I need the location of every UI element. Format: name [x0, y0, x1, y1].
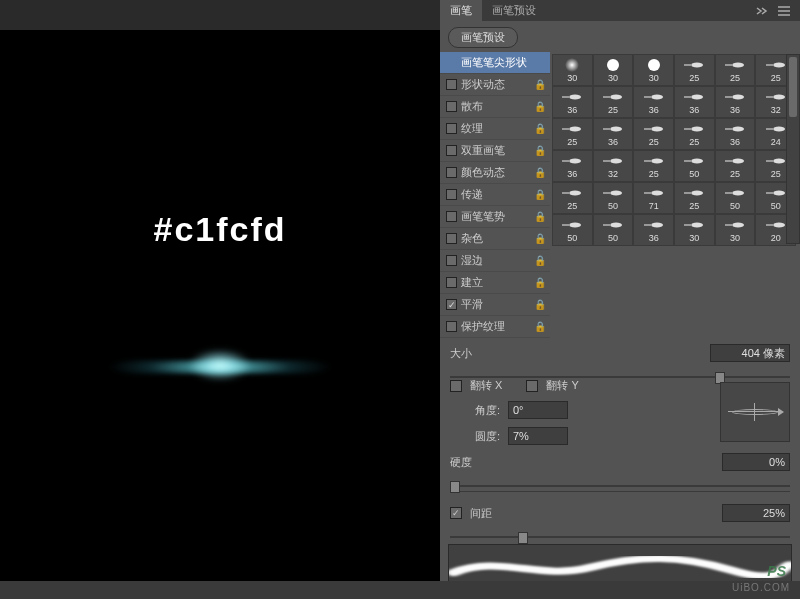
flipy-checkbox[interactable] — [526, 380, 538, 392]
option-checkbox[interactable]: ✓ — [446, 299, 457, 310]
svg-point-19 — [773, 95, 785, 100]
option-label: 保护纹理 — [461, 319, 530, 334]
brush-size-label: 30 — [608, 73, 618, 83]
svg-rect-38 — [644, 160, 652, 162]
svg-rect-60 — [603, 224, 611, 226]
brush-tip-18[interactable]: 36 — [552, 150, 593, 182]
angle-widget[interactable] — [720, 382, 790, 442]
brush-tip-grid: 3030302525253625363636322536252536243632… — [552, 54, 796, 246]
brush-tip-22[interactable]: 25 — [715, 150, 756, 182]
size-input[interactable] — [710, 344, 790, 362]
brush-option-11[interactable]: ✓平滑🔒 — [440, 294, 550, 316]
option-checkbox[interactable] — [446, 321, 457, 332]
scroll-thumb[interactable] — [789, 57, 797, 117]
spacing-input[interactable] — [722, 504, 790, 522]
collapse-icon[interactable] — [756, 6, 770, 16]
brush-size-label: 50 — [567, 233, 577, 243]
flipx-checkbox[interactable] — [450, 380, 462, 392]
brush-grid-scrollbar[interactable] — [786, 54, 800, 244]
brush-tip-4[interactable]: 25 — [715, 54, 756, 86]
svg-point-63 — [691, 223, 703, 228]
canvas[interactable]: #c1fcfd — [0, 30, 440, 580]
roundness-input[interactable] — [508, 427, 568, 445]
option-checkbox[interactable] — [446, 123, 457, 134]
angle-input[interactable] — [508, 401, 568, 419]
hardness-input[interactable] — [722, 453, 790, 471]
brush-tip-25[interactable]: 50 — [593, 182, 634, 214]
option-label: 画笔笔势 — [461, 209, 530, 224]
brush-tip-26[interactable]: 71 — [633, 182, 674, 214]
brush-size-label: 25 — [567, 201, 577, 211]
brush-tip-8[interactable]: 36 — [633, 86, 674, 118]
option-checkbox[interactable] — [446, 145, 457, 156]
brush-tip-34[interactable]: 30 — [715, 214, 756, 246]
brush-tip-28[interactable]: 50 — [715, 182, 756, 214]
option-checkbox[interactable] — [446, 101, 457, 112]
option-checkbox[interactable] — [446, 211, 457, 222]
brush-tip-13[interactable]: 36 — [593, 118, 634, 150]
brush-tip-30[interactable]: 50 — [552, 214, 593, 246]
lock-icon: 🔒 — [534, 255, 544, 266]
brush-option-2[interactable]: 散布🔒 — [440, 96, 550, 118]
brush-tip-1[interactable]: 30 — [593, 54, 634, 86]
tab-brush[interactable]: 画笔 — [440, 0, 482, 21]
brush-tip-16[interactable]: 36 — [715, 118, 756, 150]
brush-tip-0[interactable]: 30 — [552, 54, 593, 86]
option-label: 散布 — [461, 99, 530, 114]
brush-tip-9[interactable]: 36 — [674, 86, 715, 118]
svg-point-23 — [610, 127, 622, 132]
brush-tip-32[interactable]: 36 — [633, 214, 674, 246]
brush-tip-12[interactable]: 25 — [552, 118, 593, 150]
tab-brush-presets[interactable]: 画笔预设 — [482, 0, 546, 21]
option-label: 颜色动态 — [461, 165, 530, 180]
option-checkbox[interactable] — [446, 277, 457, 288]
panel-tabs: 画笔 画笔预设 — [440, 0, 800, 21]
brush-options-list: 画笔笔尖形状形状动态🔒散布🔒纹理🔒双重画笔🔒颜色动态🔒传递🔒画笔笔势🔒杂色🔒湿边… — [440, 52, 550, 338]
svg-rect-14 — [644, 96, 652, 98]
brush-tip-31[interactable]: 50 — [593, 214, 634, 246]
brush-option-9[interactable]: 湿边🔒 — [440, 250, 550, 272]
brush-size-label: 25 — [730, 73, 740, 83]
option-checkbox[interactable] — [446, 189, 457, 200]
brush-option-4[interactable]: 双重画笔🔒 — [440, 140, 550, 162]
brush-option-8[interactable]: 杂色🔒 — [440, 228, 550, 250]
option-label: 湿边 — [461, 253, 530, 268]
option-checkbox[interactable] — [446, 167, 457, 178]
svg-rect-32 — [766, 128, 774, 130]
lock-icon: 🔒 — [534, 123, 544, 134]
brush-tip-10[interactable]: 36 — [715, 86, 756, 118]
brush-option-12[interactable]: 保护纹理🔒 — [440, 316, 550, 338]
brush-tip-20[interactable]: 25 — [633, 150, 674, 182]
brush-tip-19[interactable]: 32 — [593, 150, 634, 182]
brush-option-3[interactable]: 纹理🔒 — [440, 118, 550, 140]
svg-rect-26 — [644, 128, 652, 130]
option-label: 形状动态 — [461, 77, 530, 92]
brush-tip-33[interactable]: 30 — [674, 214, 715, 246]
brush-tip-27[interactable]: 25 — [674, 182, 715, 214]
brush-option-1[interactable]: 形状动态🔒 — [440, 74, 550, 96]
option-checkbox[interactable] — [446, 255, 457, 266]
brush-option-5[interactable]: 颜色动态🔒 — [440, 162, 550, 184]
brush-tip-14[interactable]: 25 — [633, 118, 674, 150]
brush-tip-2[interactable]: 30 — [633, 54, 674, 86]
brush-presets-button[interactable]: 画笔预设 — [448, 27, 518, 48]
brush-tip-24[interactable]: 25 — [552, 182, 593, 214]
svg-rect-30 — [725, 128, 733, 130]
brush-option-7[interactable]: 画笔笔势🔒 — [440, 206, 550, 228]
brush-option-6[interactable]: 传递🔒 — [440, 184, 550, 206]
hardness-label: 硬度 — [450, 455, 490, 470]
menu-icon[interactable] — [778, 6, 790, 16]
brush-tip-6[interactable]: 36 — [552, 86, 593, 118]
brush-tip-7[interactable]: 25 — [593, 86, 634, 118]
svg-rect-4 — [684, 64, 692, 66]
brush-tip-15[interactable]: 25 — [674, 118, 715, 150]
option-checkbox[interactable] — [446, 79, 457, 90]
svg-point-55 — [773, 191, 785, 196]
brush-option-0[interactable]: 画笔笔尖形状 — [440, 52, 550, 74]
brush-tip-3[interactable]: 25 — [674, 54, 715, 86]
spacing-checkbox[interactable]: ✓ — [450, 507, 462, 519]
brush-tip-21[interactable]: 50 — [674, 150, 715, 182]
brush-size-label: 36 — [567, 169, 577, 179]
brush-option-10[interactable]: 建立🔒 — [440, 272, 550, 294]
option-checkbox[interactable] — [446, 233, 457, 244]
